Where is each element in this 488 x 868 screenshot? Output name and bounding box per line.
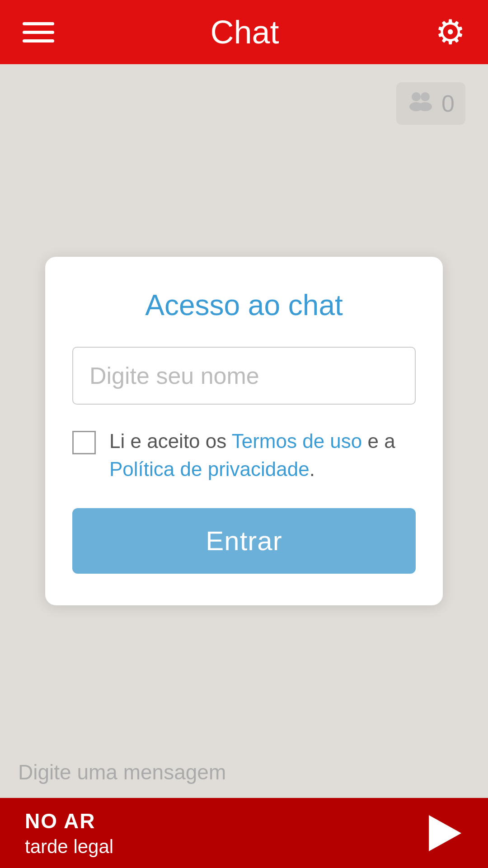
play-button[interactable]	[427, 815, 463, 851]
message-input-placeholder: Digite uma mensagem	[18, 760, 226, 784]
on-air-label: NO AR	[25, 809, 113, 833]
hamburger-menu-icon[interactable]	[23, 22, 54, 42]
bottom-bar: NO AR tarde legal	[0, 798, 488, 868]
enter-button[interactable]: Entrar	[72, 508, 416, 574]
terms-checkbox[interactable]	[72, 431, 96, 454]
header-title: Chat	[210, 14, 279, 51]
name-input[interactable]	[72, 347, 416, 405]
modal-overlay: Acesso ao chat Li e aceito os Termos de …	[0, 64, 488, 798]
login-modal: Acesso ao chat Li e aceito os Termos de …	[45, 257, 443, 605]
play-triangle-icon	[429, 815, 461, 851]
terms-text-before: Li e aceito os	[109, 430, 232, 452]
app-header: Chat ⚙	[0, 0, 488, 64]
modal-title: Acesso ao chat	[72, 288, 416, 322]
bottom-bar-info: NO AR tarde legal	[25, 809, 113, 858]
settings-icon[interactable]: ⚙	[435, 15, 465, 49]
terms-text: Li e aceito os Termos de uso e a Polític…	[109, 427, 416, 483]
privacy-policy-link[interactable]: Política de privacidade	[109, 458, 310, 480]
terms-row: Li e aceito os Termos de uso e a Polític…	[72, 427, 416, 483]
terms-of-use-link[interactable]: Termos de uso	[232, 430, 362, 452]
terms-text-after: .	[310, 458, 315, 480]
chat-area: 0 Acesso ao chat Li e aceito os Termos d…	[0, 64, 488, 798]
terms-text-middle: e a	[362, 430, 395, 452]
message-input-area: Digite uma mensagem	[0, 746, 488, 798]
program-name: tarde legal	[25, 836, 113, 858]
